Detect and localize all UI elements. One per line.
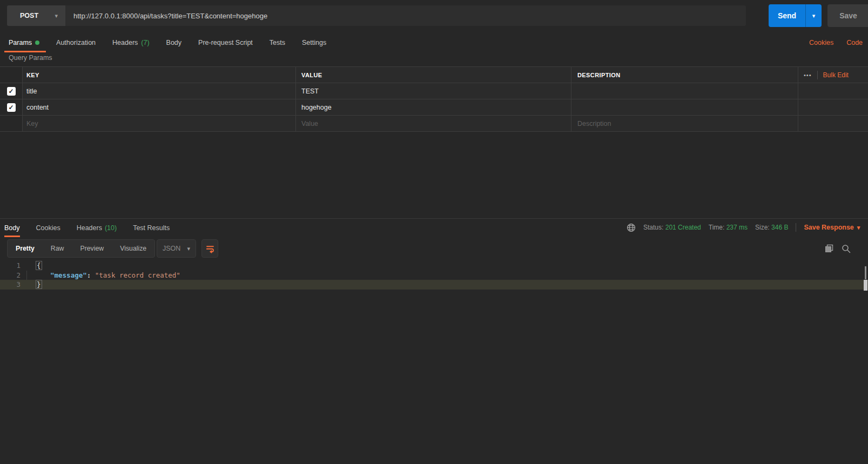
chevron-down-icon: ▾ [187,246,190,252]
save-response-button[interactable]: Save Response ▾ [804,224,860,231]
params-header-row: KEY VALUE DESCRIPTION ••• Bulk Edit [0,67,868,83]
wrap-text-button[interactable] [201,239,218,258]
bulk-edit-button[interactable]: Bulk Edit [823,71,849,79]
value-cell[interactable]: hogehoge [295,99,571,115]
row-actions [798,116,868,131]
response-tab-headers[interactable]: Headers(10) [77,219,117,237]
key-cell[interactable]: content [22,99,295,115]
code-line[interactable]: 1{ [0,261,868,271]
save-button-label: Save [827,4,868,27]
line-number: 1 [0,261,26,271]
description-cell[interactable] [571,83,798,99]
description-input[interactable]: Description [571,116,798,131]
row-checkbox[interactable]: ✓ [7,87,16,96]
response-meta: Status: 201 Created Time: 237 ms Size: 3… [627,218,860,237]
params-rows: ✓titleTEST✓contenthogehoge [0,83,868,116]
globe-icon[interactable] [627,223,636,232]
tab-label: Body [166,39,182,46]
code-text: { [26,261,42,271]
response-view-tabs: PrettyRawPreviewVisualize [7,239,155,258]
key-input[interactable]: Key [22,116,295,131]
chevron-down-icon: ▾ [55,13,58,19]
save-response-label: Save Response [804,224,853,231]
response-tab-cookies[interactable]: Cookies [36,219,60,237]
search-icon[interactable] [842,244,851,253]
request-tabs: ParamsAuthorizationHeaders(7)BodyPre-req… [0,32,868,52]
params-table: KEY VALUE DESCRIPTION ••• Bulk Edit ✓tit… [0,66,868,132]
view-tab-preview[interactable]: Preview [72,245,112,252]
response-tab-body[interactable]: Body [4,219,20,237]
copy-icon[interactable] [825,244,834,253]
send-button-label: Send [769,4,805,27]
request-tab-pre-request-script[interactable]: Pre-request Script [198,32,253,52]
tab-label: Params [9,39,32,46]
wrap-text-icon [205,244,215,253]
send-options-button[interactable]: ▾ [805,4,822,27]
code-brace: { [36,261,42,270]
scrollbar-thumb[interactable] [864,280,867,291]
key-cell[interactable]: title [22,83,295,99]
value-column-header: VALUE [295,67,571,83]
params-placeholder-row: Key Value Description [0,116,868,132]
tab-label: Cookies [36,224,60,232]
active-tab-underline [4,51,46,52]
view-tab-raw[interactable]: Raw [43,245,72,252]
checkbox-cell [0,116,22,131]
row-actions [798,83,868,99]
time-label: Time: [709,224,725,231]
active-tab-underline [4,236,20,237]
checkbox-column-header [0,67,22,83]
code-line[interactable]: 2"message": "task record created" [0,271,868,280]
divider [817,71,818,79]
request-tab-body[interactable]: Body [166,32,182,52]
send-button[interactable]: Send ▾ [769,4,822,27]
params-header-actions: ••• Bulk Edit [798,67,868,83]
response-body-viewer: 1{2"message": "task record created"3} [0,261,868,290]
line-number: 3 [0,280,26,290]
code-line[interactable]: 3} [0,280,868,290]
tab-label: Headers [112,39,138,46]
cookies-link[interactable]: Cookies [809,39,833,46]
method-label: POST [20,12,38,19]
view-tab-pretty[interactable]: Pretty [8,245,43,252]
code-link[interactable]: Code [846,39,863,46]
save-button[interactable]: Save ▾ [827,4,868,27]
more-options-icon[interactable]: ••• [804,72,812,78]
tab-label: Tests [270,39,285,46]
request-tab-authorization[interactable]: Authorization [56,32,96,52]
format-select-label: JSON [163,245,180,252]
method-select[interactable]: POST ▾ [7,5,65,26]
code-brace: } [36,280,42,289]
row-actions [798,99,868,115]
request-tab-settings[interactable]: Settings [302,32,326,52]
response-tab-test-results[interactable]: Test Results [133,219,170,237]
status-label: Status: [643,224,663,231]
code-text: "message": "task record created" [26,271,180,280]
tab-label: Body [4,224,20,232]
tab-count: (7) [141,39,149,46]
request-tab-headers[interactable]: Headers(7) [112,32,150,52]
checkbox-cell: ✓ [0,99,22,115]
format-select[interactable]: JSON ▾ [157,239,196,258]
request-tab-tests[interactable]: Tests [270,32,285,52]
line-number: 2 [0,271,26,280]
query-params-title: Query Params [9,54,52,62]
size-value: 346 B [771,224,788,231]
tab-label: Settings [302,39,326,46]
tab-label: Test Results [133,224,170,232]
view-tab-visualize[interactable]: Visualize [112,245,154,252]
value-input[interactable]: Value [295,116,571,131]
description-cell[interactable] [571,99,798,115]
request-tab-links: Cookies Code [809,32,863,52]
url-input[interactable] [65,5,746,26]
request-tab-params[interactable]: Params [9,32,39,52]
scrollbar-thumb[interactable] [865,266,866,279]
tab-label: Authorization [56,39,96,46]
size-label: Size: [755,224,770,231]
description-column-header: DESCRIPTION [571,67,798,83]
tab-label: Pre-request Script [198,39,253,46]
tab-count: (10) [105,224,117,232]
row-checkbox[interactable]: ✓ [7,103,16,112]
value-cell[interactable]: TEST [295,83,571,99]
params-row: ✓titleTEST [0,83,868,99]
